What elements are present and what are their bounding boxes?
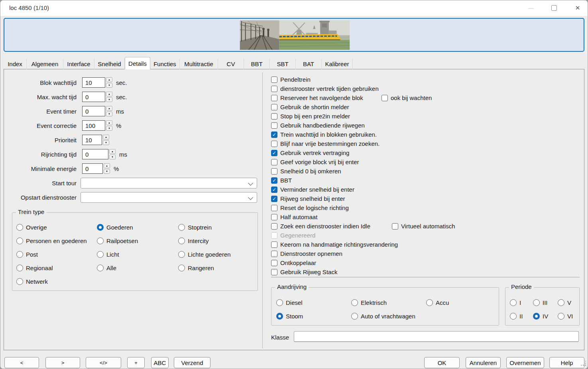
ok-button[interactable]: OK [424,357,460,368]
checkbox-dienstrooster-vertrek-tijden[interactable]: ✓dienstrooster vertrek tijden gebruiken [271,84,379,93]
tab-multitractie[interactable]: Multitractie [180,59,218,69]
radio-intercity[interactable]: Intercity [178,237,209,244]
help-button[interactable]: Help [549,357,584,368]
radio-post[interactable]: Post [16,251,38,258]
tab-snelheid[interactable]: Snelheid [94,59,125,69]
checkbox-handbediende-rijwegen[interactable]: ✓Gebruik handbediende rijwegen [271,121,365,130]
max-wachttijd-input[interactable]: 0 [82,92,105,102]
add-button[interactable]: + [127,357,145,368]
spin-up-icon[interactable]: ▲ [106,77,112,82]
checkbox-zoek-dienstrooster-idle[interactable]: ✓Zoek een dienstrooster indien Idle ✓Vir… [271,222,580,231]
tab-kalibreer[interactable]: Kalibreer [322,59,353,69]
radio-diesel[interactable]: Diesel [276,299,303,306]
checkbox-snelheid-0-omkeren[interactable]: ✓Snelheid 0 bij omkeren [271,167,341,176]
checkbox-gebruik-rijweg-stack[interactable]: ✓Gebruik Rijweg Stack [271,267,337,277]
start-tour-combobox[interactable] [81,178,257,188]
annuleren-button[interactable]: Annuleren [466,357,501,368]
radio-periode-2[interactable]: II [510,313,523,320]
checkbox-vrije-bestemmingen[interactable]: ✓Blijf naar vrije bestemmingen zoeken. [271,139,380,148]
radio-rangeren[interactable]: Rangeren [178,265,214,271]
abc-button[interactable]: ABC [151,357,169,368]
checkbox-trein-wachttijd-blokken[interactable]: ✓Trein wachttijd in blokken gebruiken. [271,130,377,139]
radio-auto-of-vrachtwagen[interactable]: Auto of vrachtwagen [351,313,415,320]
checkbox-reset-logische-richting[interactable]: ✓Reset de logische richting [271,203,349,212]
prev-button[interactable]: < [4,357,39,368]
radio-goederen[interactable]: Goederen [97,224,133,231]
checkbox-bbt[interactable]: ✓BBT [271,176,292,185]
radio-periode-5[interactable]: V [558,299,571,306]
check-icon: ✓ [272,178,276,183]
spin-up-icon[interactable]: ▲ [106,92,112,96]
radio-stoom[interactable]: Stoom [276,313,303,320]
tab-functies[interactable]: Functies [150,59,180,69]
radio-elektrisch[interactable]: Elektrisch [351,299,387,306]
blok-wachttijd-input[interactable]: 10 [82,77,105,88]
checkbox-half-automaat[interactable]: ✓Half automaat [271,212,317,222]
minimale-energie-input[interactable]: 0 [82,163,103,174]
radio-periode-3[interactable]: III [533,299,548,306]
radio-accu[interactable]: Accu [426,299,449,306]
checkbox-reserveer-navolgende-blok[interactable]: ✓Reserveer het navolgende blok ✓ook bij … [271,93,580,102]
prioriteit-input[interactable]: 10 [82,135,102,145]
code-button[interactable]: </> [86,357,121,368]
radio-periode-1[interactable]: I [510,299,521,306]
radio-overige[interactable]: Overige [16,224,47,231]
spin-up-icon[interactable]: ▲ [106,106,112,111]
next-button[interactable]: > [45,357,80,368]
rijrichting-tijd-input[interactable]: 0 [82,149,108,159]
checkbox-ook-bij-wachten[interactable]: ✓ook bij wachten [382,94,432,101]
klasse-input[interactable] [294,331,579,342]
checkbox: ✓ [271,269,277,275]
radio-lichte-goederen[interactable]: Lichte goederen [178,251,231,258]
klasse-label: Klasse [271,334,289,341]
minimize-button[interactable]: — [522,0,540,16]
spin-down-icon[interactable]: ▼ [106,97,112,102]
spin-up-icon[interactable]: ▲ [106,120,112,125]
opstart-dienstrooster-combobox[interactable] [81,192,257,203]
checkbox-vertrek-vertraging[interactable]: ✓Gebruik vertrek vertraging [271,148,349,157]
tab-algemeen[interactable]: Algemeen [27,59,63,69]
radio-periode-6[interactable]: VI [558,313,573,320]
spin-down-icon[interactable]: ▼ [106,83,112,88]
spin-up-icon[interactable]: ▲ [104,163,110,168]
radio-railpoetsen[interactable]: Railpoetsen [97,237,138,244]
tab-cv[interactable]: CV [218,59,244,69]
event-timer-input[interactable]: 0 [82,106,105,116]
checkbox-dienstrooster-opnemen[interactable]: ✓Dienstrooster opnemen [271,249,342,258]
spin-down-icon[interactable]: ▼ [106,126,112,131]
overnemen-button[interactable]: Overnemen [506,357,544,368]
tab-interface[interactable]: Interface [63,59,94,69]
tab-index[interactable]: Index [4,59,27,69]
checkbox-pre2in-melder[interactable]: ✓Stop bij een pre2in melder [271,112,350,121]
spin-down-icon[interactable]: ▼ [109,155,116,159]
close-button[interactable]: ✕ [568,0,587,16]
checkbox-shortin-melder[interactable]: ✓Gebruik de shortin melder [271,102,349,112]
radio-licht[interactable]: Licht [97,251,119,258]
spin-up-icon[interactable]: ▲ [109,149,116,154]
radio-periode-4[interactable]: IV [533,313,548,320]
event-correctie-input[interactable]: 100 [82,120,105,131]
checkbox-verminder-snelheid-enter[interactable]: ✓Verminder snelheid bij enter [271,185,354,194]
verzend-button[interactable]: Verzend [174,357,210,368]
radio-personen-en-goederen[interactable]: Personen en goederen [16,237,87,244]
spin-up-icon[interactable]: ▲ [103,135,109,139]
tab-bat[interactable]: BAT [296,59,322,69]
radio-stoptrein[interactable]: Stoptrein [178,224,212,231]
spin-down-icon[interactable]: ▼ [103,140,109,145]
checkbox-ontkoppelaar[interactable]: ✓Ontkoppelaar [271,258,316,267]
tab-details[interactable]: Details [125,57,150,69]
checkbox-virtueel-automatisch[interactable]: ✓Virtueel automatisch [392,223,455,230]
maximize-button[interactable] [545,0,563,16]
checkbox-vorige-block-vrij[interactable]: ✓Geef vorige block vrij bij enter [271,157,359,167]
radio-regionaal[interactable]: Regionaal [16,265,53,271]
radio-alle[interactable]: Alle [97,265,116,271]
checkbox-rijweg-snelheid-enter[interactable]: ✓Rijweg snelheid bij enter [271,194,345,203]
radio-netwerk[interactable]: Netwerk [16,278,48,285]
spin-down-icon[interactable]: ▼ [106,112,112,116]
checkbox-keerom-handmatige-richting[interactable]: ✓Keerom na handmatige richtingsveranderi… [271,240,398,249]
checkbox-pendeltrein[interactable]: ✓Pendeltrein [271,75,311,84]
tab-sbt[interactable]: SBT [270,59,296,69]
tab-bbt[interactable]: BBT [244,59,270,69]
spin-down-icon[interactable]: ▼ [104,169,110,174]
resize-grip[interactable] [581,361,586,367]
